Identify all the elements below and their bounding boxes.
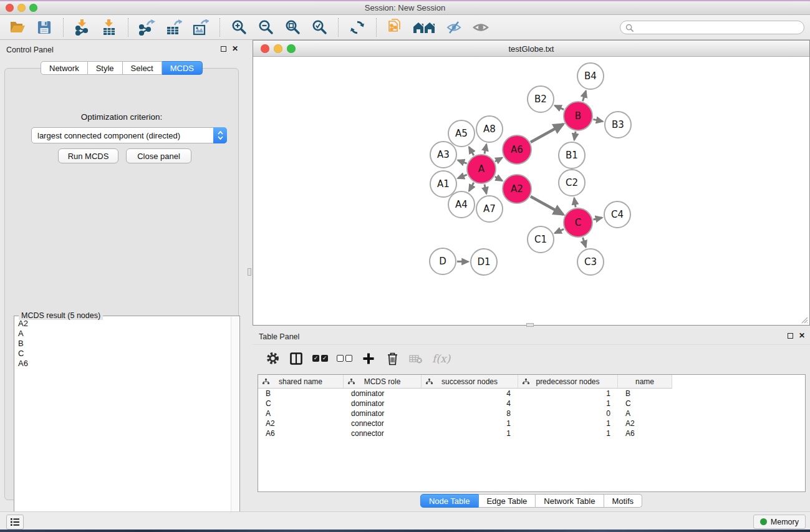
node-label-A2: A2 (511, 183, 523, 195)
open-file-icon[interactable] (7, 17, 27, 37)
show-columns-icon[interactable] (289, 351, 304, 367)
table-tab-motifs[interactable]: Motifs (604, 494, 642, 508)
column-header-name[interactable]: name (618, 375, 672, 389)
mcds-result-item[interactable]: B (15, 339, 231, 349)
edge-B-B2[interactable] (555, 105, 564, 109)
zoom-fit-icon[interactable] (282, 17, 302, 37)
edge-A6-B[interactable] (531, 124, 563, 142)
close-table-panel-icon[interactable]: ✕ (799, 332, 805, 339)
node-table: shared nameMCDS rolesuccessor nodesprede… (258, 374, 806, 492)
close-panel-button[interactable]: Close panel (126, 148, 191, 163)
mcds-result-list[interactable]: A2ABCA6 (15, 319, 231, 527)
table-tab-edge-table[interactable]: Edge Table (478, 494, 536, 508)
node-label-B3: B3 (612, 119, 624, 130)
export-image-icon[interactable] (191, 17, 211, 37)
mcds-result-item[interactable]: A6 (15, 359, 231, 369)
table-row[interactable]: A2connector11A2 (258, 418, 805, 428)
table-tab-node-table[interactable]: Node Table (420, 494, 479, 508)
import-table-icon[interactable] (99, 17, 119, 37)
import-network-icon[interactable] (72, 17, 92, 37)
network-canvas[interactable]: B4B2BB3A8A5A6A3B1AC2A1A2A4A7C4CC1C3DD1 (253, 57, 809, 325)
edge-A-A4[interactable] (469, 183, 474, 191)
window-resize-grip[interactable] (799, 315, 808, 324)
task-history-button[interactable] (6, 515, 24, 530)
zoom-selected-icon[interactable] (309, 17, 329, 37)
edge-A-A8[interactable] (485, 144, 486, 153)
table-row[interactable]: Adominator80A (258, 409, 805, 418)
column-header-shared-name[interactable]: shared name (258, 375, 344, 389)
node-label-C4: C4 (611, 209, 624, 220)
export-table-icon[interactable] (164, 17, 184, 37)
edge-B-B1[interactable] (574, 132, 576, 140)
table-cell: 1 (518, 389, 618, 399)
table-tab-network-table[interactable]: Network Table (536, 494, 604, 508)
deselect-all-icon[interactable] (337, 351, 352, 367)
column-settings-gear-icon[interactable] (265, 351, 280, 367)
table-row[interactable]: Bdominator41B (258, 389, 805, 399)
zoom-in-icon[interactable] (229, 17, 249, 37)
status-bar: Memory (0, 511, 810, 530)
table-row[interactable]: A6connector11A6 (258, 428, 805, 438)
refresh-icon[interactable] (347, 17, 367, 37)
horizontal-splitter-handle[interactable] (526, 323, 534, 327)
table-row[interactable]: Cdominator41C (258, 399, 805, 409)
edge-B-B4[interactable] (582, 91, 586, 101)
mcds-result-item[interactable]: C (15, 349, 231, 359)
home-view-icon[interactable] (412, 17, 437, 37)
search-input[interactable] (637, 23, 799, 32)
edge-A-A6[interactable] (495, 158, 502, 162)
delete-column-trash-icon[interactable] (385, 351, 400, 367)
tab-style[interactable]: Style (88, 61, 123, 75)
table-cell: 1 (422, 418, 518, 428)
tab-network[interactable]: Network (41, 61, 88, 75)
column-header-successor-nodes[interactable]: successor nodes (422, 375, 518, 389)
select-all-icon[interactable]: ✓✓ (312, 351, 328, 367)
tab-mcds[interactable]: MCDS (162, 61, 203, 75)
node-label-B1: B1 (566, 150, 578, 161)
search-box (620, 21, 804, 34)
column-header-mcds-role[interactable]: MCDS role (344, 375, 422, 389)
float-panel-icon[interactable] (221, 46, 226, 52)
run-mcds-button[interactable]: Run MCDS (58, 148, 118, 163)
optimization-criterion-label: Optimization criterion: (5, 112, 238, 122)
table-panel: Table Panel ✕ ✓✓ f(x) shared nameMCDS ro… (253, 329, 810, 511)
tab-select[interactable]: Select (123, 61, 162, 75)
mcds-result-item[interactable]: A2 (15, 319, 231, 329)
edge-A-A1[interactable] (458, 175, 466, 178)
toolbar-separator (338, 18, 339, 37)
edge-C-C3[interactable] (583, 238, 586, 247)
edge-A-A2[interactable] (495, 177, 503, 181)
delete-table-icon[interactable] (408, 351, 423, 367)
edge-A2-C[interactable] (531, 196, 563, 215)
edge-C-C2[interactable] (574, 198, 576, 208)
edge-A-A7[interactable] (485, 184, 486, 193)
edge-A-A3[interactable] (458, 160, 466, 163)
toolbar-separator (376, 18, 377, 37)
edge-B-B3[interactable] (593, 119, 602, 121)
show-details-icon[interactable] (471, 17, 491, 37)
export-network-icon[interactable] (137, 17, 157, 37)
edge-A-A5[interactable] (469, 147, 474, 155)
table-cell: A2 (258, 418, 344, 428)
result-list-scrollbar[interactable] (231, 317, 239, 527)
table-cell: A2 (618, 418, 672, 428)
mcds-result-item[interactable]: A (15, 329, 231, 339)
zoom-out-icon[interactable] (256, 17, 276, 37)
save-icon[interactable] (34, 17, 54, 37)
table-cell: 1 (518, 418, 618, 428)
float-table-panel-icon[interactable] (788, 333, 793, 339)
add-column-icon[interactable] (361, 351, 376, 367)
memory-button[interactable]: Memory (753, 515, 806, 529)
function-builder-icon[interactable]: f(x) (432, 351, 450, 367)
network-file-icon[interactable] (385, 17, 405, 37)
close-panel-icon[interactable]: ✕ (232, 46, 238, 52)
hide-details-icon[interactable] (444, 17, 464, 37)
column-header-predecessor-nodes[interactable]: predecessor nodes (518, 375, 618, 389)
vertical-splitter-handle[interactable] (248, 268, 251, 276)
table-cell: B (618, 389, 672, 399)
node-label-B: B (575, 110, 581, 122)
table-cell: dominator (344, 399, 422, 409)
optimization-criterion-dropdown[interactable]: largest connected component (directed) (31, 127, 227, 143)
edge-C-C4[interactable] (593, 218, 602, 220)
edge-C-C1[interactable] (555, 229, 564, 233)
